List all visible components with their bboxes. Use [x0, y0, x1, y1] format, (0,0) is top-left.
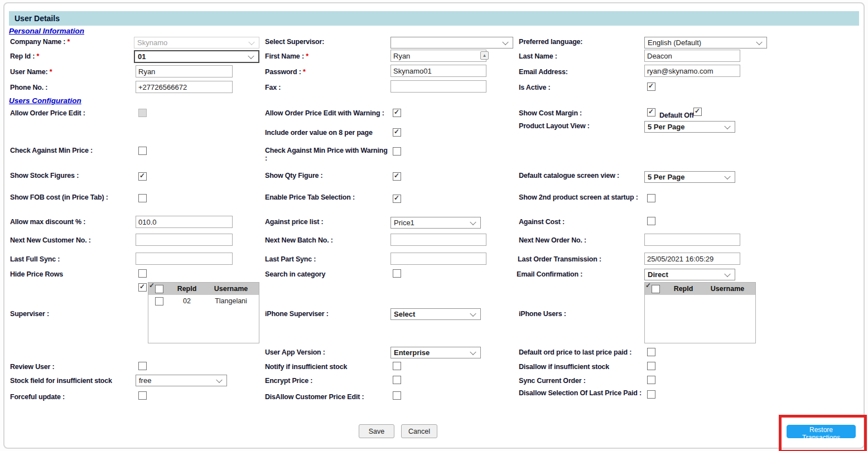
allow-order-price-edit-checkbox	[138, 109, 147, 117]
user-app-version-select[interactable]: Enterprise	[390, 347, 481, 358]
show-stock-figures-label: Show Stock Figures :	[10, 172, 79, 180]
enable-price-tab-checkbox[interactable]	[393, 195, 401, 203]
restore-transactions-button[interactable]: Restore Transactions	[787, 425, 856, 438]
check-against-min-price-checkbox[interactable]	[138, 147, 147, 155]
autofill-icon[interactable]: ▲	[480, 51, 489, 60]
phone-no-label: Phone No. :	[10, 84, 47, 91]
first-name-input[interactable]	[390, 50, 486, 62]
encrypt-price-label: Encrypt Price :	[265, 377, 312, 385]
select-supervisor-select[interactable]	[390, 37, 513, 49]
sync-current-order-checkbox[interactable]	[647, 376, 655, 384]
chevron-down-icon	[724, 123, 730, 129]
include-order-value-checkbox[interactable]	[393, 128, 401, 137]
disallow-selection-last-price-checkbox[interactable]	[647, 390, 655, 399]
next-new-batch-no-input[interactable]	[390, 234, 486, 246]
chevron-down-icon	[248, 52, 254, 59]
password-label: Password : *	[265, 68, 306, 76]
iphone-superviser-label: iPhone Superviser :	[265, 310, 329, 318]
iphone-users-label: iPhone Users :	[519, 310, 566, 318]
show-2nd-product-label: Show 2nd product screen at startup :	[519, 193, 638, 201]
first-name-field-wrap: ▲	[390, 50, 491, 62]
against-cost-checkbox[interactable]	[647, 217, 655, 225]
iphone-users-select-all-checkbox[interactable]	[652, 285, 660, 293]
stock-field-insufficient-select[interactable]: free	[136, 375, 227, 386]
forceful-update-checkbox[interactable]	[138, 391, 147, 400]
stock-field-insufficient-label: Stock field for insufficient stock	[10, 377, 112, 385]
show-cost-margin-checkbox[interactable]	[647, 108, 655, 117]
allow-max-discount-input[interactable]	[136, 216, 233, 228]
chevron-down-icon	[216, 376, 222, 382]
last-name-label: Last Name :	[519, 52, 557, 60]
disallow-insufficient-stock-label: Disallow if insufficient stock	[519, 363, 609, 371]
next-new-customer-no-label: Next New Customer No. :	[10, 236, 91, 244]
show-fob-cost-checkbox[interactable]	[138, 194, 147, 202]
review-user-label: Review User :	[10, 363, 54, 371]
show-2nd-product-checkbox[interactable]	[647, 194, 655, 202]
supervisor-row-checkbox[interactable]	[155, 297, 163, 305]
show-stock-figures-checkbox[interactable]	[138, 172, 147, 181]
email-address-input[interactable]	[644, 65, 740, 77]
against-cost-label: Against Cost :	[519, 218, 565, 226]
against-price-list-label: Against price list :	[265, 218, 323, 226]
table-row[interactable]: 02 Tlangelani	[148, 295, 259, 307]
email-confirmation-label: Email Confirmation :	[517, 270, 582, 278]
supervisor-table-header: RepId Username	[148, 283, 259, 295]
phone-no-input[interactable]	[136, 81, 233, 93]
supervisor-select-all-checkbox[interactable]	[155, 285, 163, 293]
search-in-category-checkbox[interactable]	[393, 269, 401, 278]
iphone-users-table-header: RepId Username	[645, 283, 755, 295]
company-name-select: Skynamo	[134, 37, 259, 49]
disallow-customer-price-edit-checkbox[interactable]	[393, 391, 401, 400]
chevron-down-icon	[470, 219, 476, 225]
last-part-sync-input[interactable]	[390, 253, 486, 265]
superviser-enable-checkbox[interactable]	[138, 283, 147, 292]
last-order-transmission-input[interactable]	[644, 253, 740, 265]
default-off-checkbox[interactable]	[693, 108, 702, 116]
default-catalogue-view-select[interactable]: 5 Per Page	[644, 171, 735, 183]
show-qty-figure-checkbox[interactable]	[393, 172, 401, 181]
include-order-value-label: Include order value on 8 per page	[265, 129, 373, 137]
rep-id-select[interactable]: 01	[134, 50, 259, 63]
last-name-input[interactable]	[644, 50, 740, 62]
chevron-down-icon	[724, 173, 730, 179]
against-price-list-select[interactable]: Price1	[390, 217, 481, 229]
save-button[interactable]: Save	[359, 424, 394, 438]
column-header-repid: RepId	[170, 285, 204, 293]
last-order-transmission-label: Last Order Transmission :	[518, 255, 601, 263]
preferred-language-select[interactable]: English (Default)	[644, 37, 767, 49]
last-part-sync-label: Last Part Sync :	[265, 255, 316, 263]
email-confirmation-select[interactable]: Direct	[644, 269, 735, 280]
next-new-order-no-label: Next New Order No. :	[519, 236, 586, 244]
allow-order-price-edit-warning-checkbox[interactable]	[393, 109, 401, 117]
check-against-min-price-warning-label: Check Against Min Price with Warning :	[265, 147, 389, 163]
users-configuration-link[interactable]: Users Configuration	[9, 96, 81, 105]
company-name-label: Company Name : *	[10, 38, 70, 46]
cancel-button[interactable]: Cancel	[401, 424, 437, 438]
select-supervisor-label: Select Supervisor:	[265, 38, 324, 46]
iphone-superviser-select[interactable]: Select	[390, 308, 481, 320]
search-in-category-label: Search in category	[265, 270, 325, 278]
notify-insufficient-stock-checkbox[interactable]	[393, 362, 401, 370]
next-new-batch-no-label: Next New Batch No. :	[265, 236, 333, 244]
disallow-insufficient-stock-checkbox[interactable]	[647, 362, 655, 370]
user-name-input[interactable]	[136, 65, 233, 77]
rep-id-label: Rep Id : *	[10, 52, 39, 60]
is-active-checkbox[interactable]	[647, 83, 655, 91]
fax-input[interactable]	[390, 80, 486, 93]
default-ord-price-checkbox[interactable]	[647, 348, 655, 356]
review-user-checkbox[interactable]	[138, 362, 147, 370]
next-new-customer-no-input[interactable]	[136, 234, 233, 246]
panel-title-bar: User Details	[9, 11, 859, 26]
show-cost-margin-label: Show Cost Margin :	[519, 109, 582, 117]
password-input[interactable]	[390, 65, 486, 77]
supervisor-row-username: Tlangelani	[204, 297, 258, 305]
product-layout-view-select[interactable]: 5 Per Page	[644, 121, 735, 133]
email-address-label: Email Address:	[519, 68, 568, 76]
last-full-sync-input[interactable]	[136, 253, 233, 265]
hide-price-rows-checkbox[interactable]	[138, 269, 147, 278]
encrypt-price-checkbox[interactable]	[393, 376, 401, 384]
check-against-min-price-warning-checkbox[interactable]	[393, 147, 401, 156]
next-new-order-no-input[interactable]	[644, 234, 740, 246]
column-header-username: Username	[204, 285, 258, 293]
personal-information-link[interactable]: Personal Information	[9, 27, 84, 35]
